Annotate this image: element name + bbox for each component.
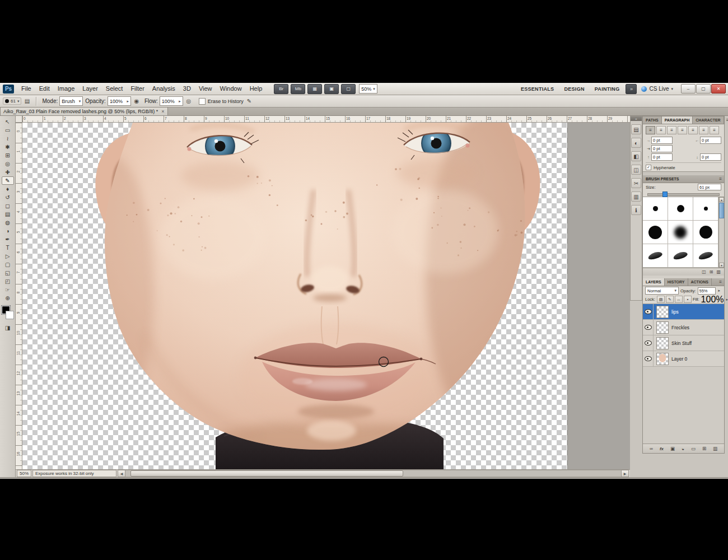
- horizontal-ruler[interactable]: 0123456789101112131415161718192021222324…: [22, 116, 630, 123]
- mode-select[interactable]: Brush ▾: [59, 96, 83, 106]
- layer-visibility-toggle[interactable]: [643, 304, 654, 319]
- tab-layers[interactable]: LAYERS: [643, 278, 665, 286]
- brush-preset-swatch[interactable]: [643, 221, 668, 244]
- panel-menu-icon[interactable]: ≡: [717, 176, 724, 181]
- brush-preset-swatch[interactable]: [668, 197, 693, 221]
- layer-thumbnail[interactable]: [656, 337, 669, 349]
- color-swatches[interactable]: [2, 306, 14, 319]
- align-center-button[interactable]: ≡: [656, 126, 666, 134]
- lock-all-icon[interactable]: ▪: [684, 296, 692, 303]
- scrollbar-track[interactable]: [125, 470, 621, 477]
- menu-file[interactable]: File: [17, 83, 35, 95]
- tab-character[interactable]: CHARACTER: [693, 116, 724, 124]
- workspace-essentials[interactable]: ESSENTIALS: [516, 86, 559, 92]
- brush-presets-header[interactable]: BRUSH PRESETS ≡: [643, 175, 724, 183]
- adjustment-layer-icon[interactable]: ◒: [682, 446, 684, 451]
- layer-group-icon[interactable]: ▭: [691, 446, 696, 451]
- layer-visibility-toggle[interactable]: [643, 351, 654, 366]
- workspace-painting[interactable]: PAINTING: [590, 86, 625, 92]
- history-brush-tool[interactable]: ↺: [2, 193, 14, 202]
- scroll-down-icon[interactable]: ▼: [719, 263, 724, 268]
- quick-selection-tool[interactable]: ✱: [2, 143, 14, 151]
- layer-thumbnail[interactable]: [656, 353, 669, 365]
- document-tab-close-icon[interactable]: ×: [161, 109, 164, 114]
- justify-all-button[interactable]: ≡: [710, 126, 719, 134]
- menu-filter[interactable]: Filter: [127, 83, 148, 95]
- slider-popup-icon[interactable]: ▸: [726, 297, 728, 302]
- zoom-tool[interactable]: ⊕: [2, 294, 14, 302]
- brush-presets-scrollbar[interactable]: ▲▼: [718, 197, 724, 268]
- hyphenate-option[interactable]: ✓ Hyphenate: [646, 162, 721, 170]
- 3d-object-rotate-tool[interactable]: ◱: [2, 269, 14, 277]
- pen-tool[interactable]: ✒: [2, 235, 14, 244]
- dodge-tool[interactable]: ◑: [2, 227, 14, 235]
- brush-tool[interactable]: ✎: [2, 176, 14, 185]
- brush-preset-swatch[interactable]: [668, 221, 693, 244]
- flow-input[interactable]: 100% ▸: [160, 96, 183, 106]
- document-tab[interactable]: Aiko_Raw_03 Plain Face removed lashes.pn…: [0, 107, 168, 115]
- menu-edit[interactable]: Edit: [35, 83, 54, 95]
- preset-stroke-preview-icon[interactable]: ◫: [702, 269, 706, 274]
- layer-visibility-toggle[interactable]: [643, 320, 654, 335]
- status-zoom[interactable]: 50%: [17, 470, 31, 477]
- menu-view[interactable]: View: [195, 83, 216, 95]
- menu-layer[interactable]: Layer: [78, 83, 102, 95]
- indent-right-field-value[interactable]: 0 pt: [700, 137, 721, 144]
- indent-first-line-field-value[interactable]: 0 pt: [651, 145, 673, 152]
- scrollbar-thumb[interactable]: [130, 470, 403, 477]
- space-before-field-value[interactable]: 0 pt: [651, 153, 673, 161]
- menu-3d[interactable]: 3D: [179, 83, 195, 95]
- document-canvas[interactable]: [22, 123, 568, 469]
- hand-tool[interactable]: ☞: [2, 286, 14, 294]
- quick-mask-button[interactable]: ◨: [2, 324, 14, 332]
- horizontal-scrollbar[interactable]: ◀ ▶: [118, 470, 629, 477]
- zoom-level-combo[interactable]: 50% ▾: [359, 84, 377, 94]
- space-after-field[interactable]: ↓0 pt: [694, 153, 721, 161]
- layer-row-lips[interactable]: lips: [643, 304, 724, 320]
- move-tool[interactable]: ↖: [2, 118, 14, 126]
- indent-left-field[interactable]: →0 pt: [646, 137, 673, 144]
- healing-brush-tool[interactable]: ✚: [2, 168, 14, 176]
- panel-menu-icon[interactable]: ≡: [724, 116, 728, 124]
- slider-thumb[interactable]: [662, 192, 668, 197]
- view-extras-icon[interactable]: ▦: [307, 84, 322, 94]
- delete-layer-icon[interactable]: ▥: [713, 446, 717, 451]
- vertical-ruler[interactable]: 012345678910111213141516: [16, 123, 22, 469]
- path-selection-tool[interactable]: ▷: [2, 252, 14, 260]
- menu-select[interactable]: Select: [102, 83, 127, 95]
- brush-size-slider[interactable]: [643, 191, 724, 197]
- info-panel-icon[interactable]: ℹ: [631, 205, 641, 215]
- channels-panel-icon[interactable]: ▥: [631, 192, 641, 202]
- blur-tool[interactable]: ◍: [2, 218, 14, 227]
- brush-preset-swatch[interactable]: [668, 244, 693, 268]
- brush-size-value[interactable]: 61 px: [698, 184, 721, 190]
- shape-tool[interactable]: ▢: [2, 260, 14, 269]
- close-button[interactable]: ✕: [711, 84, 726, 94]
- justify-last-center-button[interactable]: ≡: [688, 126, 698, 134]
- layer-row-freckles[interactable]: Freckles: [643, 320, 724, 335]
- tab-actions[interactable]: ACTIONS: [688, 278, 712, 286]
- layer-styles-icon[interactable]: fx: [660, 446, 664, 451]
- new-layer-icon[interactable]: ⊞: [702, 446, 706, 451]
- erase-to-history-checkbox[interactable]: [199, 98, 206, 105]
- styles-panel-icon[interactable]: ◫: [631, 165, 641, 175]
- layer-thumbnail[interactable]: [656, 306, 669, 318]
- brush-panel-toggle-icon[interactable]: ▤: [21, 96, 32, 106]
- screen-mode-icon[interactable]: ▢: [341, 84, 356, 94]
- lock-transparency-icon[interactable]: ▨: [657, 296, 665, 303]
- eyedropper-tool[interactable]: ◎: [2, 160, 14, 168]
- tab-paths[interactable]: PATHS: [643, 116, 662, 124]
- airbrush-icon[interactable]: ◎: [183, 96, 194, 106]
- layer-thumbnail[interactable]: [656, 321, 669, 334]
- cs-live-button[interactable]: CS Live ▾: [641, 86, 673, 92]
- add-layer-mask-icon[interactable]: ▣: [670, 446, 675, 451]
- blend-mode-select[interactable]: Normal ▾: [645, 287, 679, 295]
- menu-analysis[interactable]: Analysis: [148, 83, 179, 95]
- clone-source-panel-icon[interactable]: ✂: [631, 178, 641, 188]
- workspace-design[interactable]: DESIGN: [559, 86, 589, 92]
- launch-bridge-icon[interactable]: Br: [274, 84, 288, 94]
- link-layers-icon[interactable]: ∞: [650, 446, 653, 451]
- new-brush-icon[interactable]: ⊞: [710, 269, 713, 274]
- menu-help[interactable]: Help: [246, 83, 267, 95]
- photoshop-logo[interactable]: Ps: [3, 85, 14, 94]
